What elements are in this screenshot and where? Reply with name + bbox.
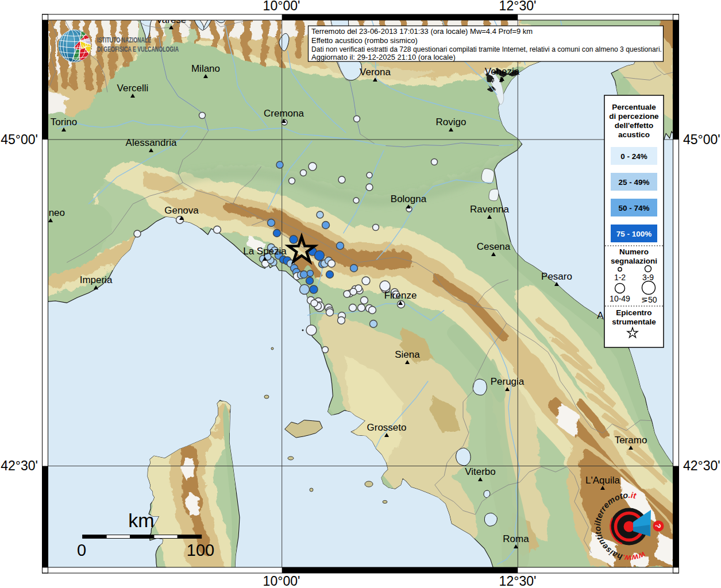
svg-text:42°30': 42°30' xyxy=(683,458,720,473)
svg-text:Torino: Torino xyxy=(51,117,77,127)
svg-text:12°30': 12°30' xyxy=(499,574,537,588)
svg-text:Effetto acustico (rombo sismic: Effetto acustico (rombo sismico) xyxy=(311,36,418,45)
svg-text:?: ? xyxy=(654,524,662,528)
svg-text:42°30': 42°30' xyxy=(1,458,38,473)
svg-text:50 - 74%: 50 - 74% xyxy=(618,204,649,212)
svg-text:Pesaro: Pesaro xyxy=(541,271,572,282)
svg-text:10°00': 10°00' xyxy=(263,574,300,588)
svg-text:di percezione: di percezione xyxy=(609,112,659,121)
svg-text:segnalazioni: segnalazioni xyxy=(611,257,657,265)
svg-text:Cesena: Cesena xyxy=(477,241,511,252)
svg-text:Terremoto del 23-06-2013 17:01: Terremoto del 23-06-2013 17:01:33 (ora l… xyxy=(311,27,533,36)
svg-text:10°00': 10°00' xyxy=(263,0,300,13)
svg-text:25 - 49%: 25 - 49% xyxy=(618,178,649,187)
svg-text:km: km xyxy=(128,509,154,531)
svg-text:Bologna: Bologna xyxy=(391,194,427,204)
svg-text:1-2: 1-2 xyxy=(614,273,626,282)
svg-text:12°30': 12°30' xyxy=(499,0,537,13)
svg-text:acustico: acustico xyxy=(618,130,650,139)
svg-text:45°00': 45°00' xyxy=(1,132,38,147)
svg-text:Genova: Genova xyxy=(164,205,199,216)
svg-text:Ravenna: Ravenna xyxy=(470,204,510,215)
svg-text:Siena: Siena xyxy=(395,349,420,360)
svg-text:3-9: 3-9 xyxy=(642,273,654,282)
svg-text:Milano: Milano xyxy=(191,63,220,74)
svg-text:100: 100 xyxy=(187,541,214,559)
svg-text:strumentale: strumentale xyxy=(612,318,656,326)
svg-text:Alessandria: Alessandria xyxy=(126,137,177,148)
svg-text:DI GEOFISICA E VULCANOLOGIA: DI GEOFISICA E VULCANOLOGIA xyxy=(97,45,179,53)
svg-text:Vercelli: Vercelli xyxy=(117,83,149,94)
svg-text:0 - 24%: 0 - 24% xyxy=(620,152,647,161)
svg-text:Aggiornato il: 29-12-2025 21:1: Aggiornato il: 29-12-2025 21:10 (ora loc… xyxy=(311,53,456,61)
svg-text:Imperia: Imperia xyxy=(80,274,113,285)
svg-text:Numero: Numero xyxy=(619,247,649,256)
svg-text:75 - 100%: 75 - 100% xyxy=(616,230,652,238)
svg-text:L'Aquila: L'Aquila xyxy=(585,475,620,486)
svg-text:Epicentro: Epicentro xyxy=(616,308,651,317)
svg-text:Rovigo: Rovigo xyxy=(436,117,466,127)
svg-text:Verona: Verona xyxy=(360,67,391,78)
svg-text:Percentuale: Percentuale xyxy=(612,103,656,111)
svg-text:Teramo: Teramo xyxy=(615,435,647,446)
svg-text:dell'effetto: dell'effetto xyxy=(615,121,654,130)
svg-text:Viterbo: Viterbo xyxy=(465,466,496,477)
svg-text:Roma: Roma xyxy=(503,533,529,544)
svg-text:⋝50: ⋝50 xyxy=(641,295,657,304)
svg-text:Grosseto: Grosseto xyxy=(367,422,407,433)
svg-text:0: 0 xyxy=(77,541,86,559)
svg-text:Venezia: Venezia xyxy=(485,66,520,77)
svg-text:Perugia: Perugia xyxy=(491,376,525,387)
svg-text:Dati non verificati estratti d: Dati non verificati estratti da 728 ques… xyxy=(311,45,662,53)
svg-text:Cremona: Cremona xyxy=(264,108,304,119)
svg-text:Firenze: Firenze xyxy=(384,290,417,301)
svg-text:10-49: 10-49 xyxy=(610,294,630,303)
svg-text:45°00': 45°00' xyxy=(683,132,720,147)
svg-text:La Spezia: La Spezia xyxy=(243,246,287,257)
svg-text:ISTITUTO NAZIONALE: ISTITUTO NAZIONALE xyxy=(97,36,151,44)
